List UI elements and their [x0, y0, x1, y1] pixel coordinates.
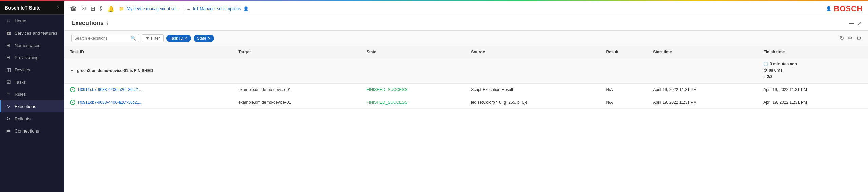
bell-icon[interactable]: 🔔 — [107, 5, 114, 12]
sidebar-title: Bosch IoT Suite — [5, 5, 41, 11]
info-icon[interactable]: ℹ — [106, 21, 108, 26]
task-id-chip-label: Task ID — [170, 36, 183, 41]
user-icon[interactable]: 👤 — [243, 6, 249, 11]
table-body: ▼ green2 on demo-device-01 is FINISHED 🕐… — [64, 58, 868, 109]
row2-status-circle — [70, 100, 75, 105]
col-start-time: Start time — [648, 46, 758, 58]
toolbar: 🔍 ▼ Filter Task ID × State × ↻ ✂ ⚙ — [64, 31, 868, 46]
sidebar-item-home[interactable]: ⌂ Home — [0, 15, 64, 27]
collapse-icon[interactable]: ▼ — [70, 68, 74, 73]
state-chip[interactable]: State × — [194, 35, 214, 42]
cut-icon[interactable]: ✂ — [848, 35, 852, 41]
sidebar-item-connections-label: Connections — [15, 128, 39, 134]
executions-table: Task ID Target State Source Result Start… — [64, 46, 868, 109]
count-icon: ≈ — [763, 74, 766, 80]
table-row: Tf0911cb7-9038-4406-a26f-36c21... exampl… — [64, 96, 868, 108]
state-chip-label: State — [197, 36, 206, 41]
col-finish-time: Finish time — [758, 46, 868, 58]
row2-finish-time: April 19, 2022 11:31 PM — [758, 96, 868, 108]
group-meta-duration-line: ⏱ 0s 0ms — [763, 67, 863, 74]
group-meta-time-line: 🕐 3 minutes ago — [763, 61, 863, 67]
search-box[interactable]: 🔍 — [71, 34, 139, 42]
sidebar-item-services[interactable]: ▦ Services and features — [0, 27, 64, 39]
search-input[interactable] — [74, 36, 129, 41]
breadcrumb-device[interactable]: My device management sol... — [127, 6, 180, 11]
table-row: Tf0911cb7-9038-4406-a26f-36c21... exampl… — [64, 83, 868, 96]
executions-icon: ▷ — [6, 104, 11, 109]
filter-icon: ▼ — [145, 36, 150, 41]
col-task-id: Task ID — [64, 46, 233, 58]
state-chip-close[interactable]: × — [208, 36, 211, 41]
provisioning-icon: ⊟ — [6, 55, 11, 60]
services-icon: ▦ — [6, 30, 11, 36]
namespaces-icon: ⊞ — [6, 42, 11, 48]
sidebar-item-executions-label: Executions — [15, 104, 36, 109]
group-label-cell: ▼ green2 on demo-device-01 is FINISHED — [64, 58, 758, 84]
profile-icon[interactable]: 👤 — [826, 6, 831, 11]
table-container: Task ID Target State Source Result Start… — [64, 46, 868, 192]
home-icon: ⌂ — [6, 18, 11, 23]
sidebar-item-provisioning[interactable]: ⊟ Provisioning — [0, 51, 64, 64]
table-header: Task ID Target State Source Result Start… — [64, 46, 868, 58]
breadcrumb: 📁 My device management sol... | ☁ IoT Ma… — [119, 6, 249, 11]
header-icons-left: ☎ ✉ ⊞ § 🔔 📁 My device management sol... … — [70, 5, 249, 12]
sidebar-item-tasks[interactable]: ☑ Tasks — [0, 76, 64, 88]
row2-task-id-text[interactable]: Tf0911cb7-9038-4406-a26f-36c21... — [77, 100, 142, 105]
paragraph-icon[interactable]: § — [100, 6, 103, 12]
filter-button[interactable]: ▼ Filter — [142, 34, 164, 42]
sidebar-item-tasks-label: Tasks — [15, 80, 26, 85]
settings-icon[interactable]: ⚙ — [856, 35, 861, 41]
grid-icon[interactable]: ⊞ — [91, 5, 95, 12]
row1-task-id: Tf0911cb7-9038-4406-a26f-36c21... — [64, 83, 233, 96]
col-result: Result — [601, 46, 648, 58]
main-content: ☎ ✉ ⊞ § 🔔 📁 My device management sol... … — [64, 1, 868, 192]
group-meta-duration: 0s 0ms — [769, 67, 783, 74]
col-state: State — [361, 46, 466, 58]
sidebar-item-connections[interactable]: ⇌ Connections — [0, 125, 64, 137]
row1-start-time: April 19, 2022 11:31 PM — [648, 83, 758, 96]
sidebar-item-namespaces-label: Namespaces — [15, 43, 40, 48]
row1-status-circle — [70, 87, 75, 92]
sidebar-item-devices[interactable]: ◫ Devices — [0, 64, 64, 76]
page-title: Executions — [71, 20, 104, 27]
sidebar-item-namespaces[interactable]: ⊞ Namespaces — [0, 39, 64, 51]
table-group-row: ▼ green2 on demo-device-01 is FINISHED 🕐… — [64, 58, 868, 84]
sidebar-nav: ⌂ Home ▦ Services and features ⊞ Namespa… — [0, 15, 64, 192]
sidebar-item-rollouts-label: Rollouts — [15, 116, 31, 121]
sidebar-item-home-label: Home — [15, 18, 26, 23]
refresh-icon[interactable]: ↻ — [840, 35, 844, 41]
mail-icon[interactable]: ✉ — [81, 5, 86, 12]
breadcrumb-iot[interactable]: IoT Manager subscriptions — [193, 6, 241, 11]
expand-icon[interactable]: ⤢ — [857, 21, 861, 26]
minimize-icon[interactable]: — — [849, 20, 854, 27]
sidebar: Bosch IoT Suite × ⌂ Home ▦ Services and … — [0, 1, 64, 192]
phone-icon[interactable]: ☎ — [70, 5, 77, 12]
group-meta-cell: 🕐 3 minutes ago ⏱ 0s 0ms ≈ 2/2 — [758, 58, 868, 84]
row1-state: FINISHED_SUCCESS — [361, 83, 466, 96]
sidebar-item-rules-label: Rules — [15, 92, 26, 97]
row1-target: example.dm:demo-device-01 — [233, 83, 361, 96]
task-id-chip[interactable]: Task ID × — [166, 35, 191, 42]
bosch-logo: BOSCH — [834, 4, 863, 13]
sidebar-item-rules[interactable]: ≡ Rules — [0, 88, 64, 100]
sidebar-item-executions[interactable]: ▷ Executions — [0, 100, 64, 112]
page-title-area: Executions ℹ — [71, 20, 108, 27]
task-id-chip-close[interactable]: × — [185, 36, 188, 41]
row1-task-id-text[interactable]: Tf0911cb7-9038-4406-a26f-36c21... — [77, 87, 142, 92]
row1-source: Script Execution Result — [466, 83, 600, 96]
group-meta-count: 2/2 — [767, 74, 773, 80]
row1-finish-time: April 19, 2022 11:31 PM — [758, 83, 868, 96]
row1-result: N/A — [601, 83, 648, 96]
filter-label: Filter — [151, 36, 160, 41]
sidebar-close-button[interactable]: × — [57, 5, 60, 11]
row2-source: led.setColor({r=0, g=255, b=0}) — [466, 96, 600, 108]
sidebar-item-devices-label: Devices — [15, 67, 30, 72]
sidebar-item-rollouts[interactable]: ↻ Rollouts — [0, 112, 64, 125]
row2-state: FINISHED_SUCCESS — [361, 96, 466, 108]
row2-start-time: April 19, 2022 11:31 PM — [648, 96, 758, 108]
duration-icon: ⏱ — [763, 67, 767, 74]
cloud-icon: ☁ — [186, 6, 190, 11]
row2-task-id: Tf0911cb7-9038-4406-a26f-36c21... — [64, 96, 233, 108]
sidebar-item-services-label: Services and features — [15, 31, 57, 36]
search-icon[interactable]: 🔍 — [131, 36, 136, 41]
